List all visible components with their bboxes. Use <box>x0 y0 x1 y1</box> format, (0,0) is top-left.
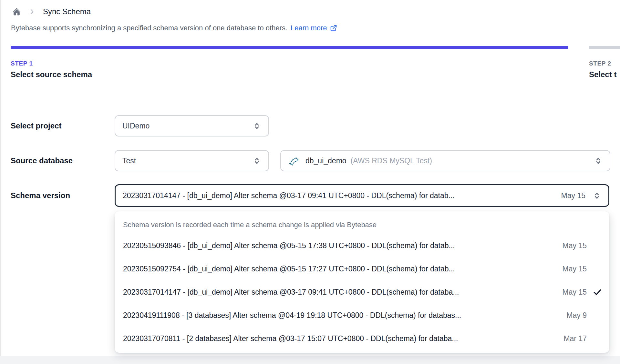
source-database-label: Source database <box>11 156 73 166</box>
learn-more-label: Learn more <box>291 24 327 32</box>
database-select[interactable]: db_ui_demo (AWS RDS MySQL Test) <box>280 150 610 171</box>
option-date: May 15 <box>563 265 587 273</box>
step1-label: STEP 1 <box>11 60 92 67</box>
chevron-updown-icon <box>593 191 601 200</box>
schema-version-label: Schema version <box>11 191 70 200</box>
option-text: 20230317070811 - [2 databases] Alter sch… <box>123 334 555 343</box>
schema-version-select-value: 20230317014147 - [db_ui_demo] Alter sche… <box>123 191 553 200</box>
check-slot <box>587 287 602 297</box>
page-title: Sync Schema <box>43 7 91 16</box>
environment-select-value: Test <box>122 157 136 165</box>
option-text: 20230317014147 - [db_ui_demo] Alter sche… <box>123 288 554 297</box>
intro-description: Bytebase supports synchronizing a specif… <box>11 24 287 32</box>
external-link-icon <box>330 25 337 32</box>
left-edge-divider <box>0 0 1 364</box>
schema-version-select-date: May 15 <box>561 191 585 200</box>
breadcrumb: Sync Schema <box>12 5 91 18</box>
option-date: Mar 17 <box>563 334 587 343</box>
schema-version-select[interactable]: 20230317014147 - [db_ui_demo] Alter sche… <box>115 184 609 207</box>
schema-version-dropdown: Schema version is recorded each time a s… <box>115 211 609 353</box>
option-text: 20230515093846 - [db_ui_demo] Alter sche… <box>123 241 554 250</box>
select-project-label: Select project <box>11 121 61 131</box>
dropdown-hint: Schema version is recorded each time a s… <box>115 216 609 234</box>
option-text: 20230419111908 - [3 databases] Alter sch… <box>123 311 558 320</box>
schema-version-option-5[interactable]: 20230317070811 - [2 databases] Alter sch… <box>115 327 609 350</box>
chevron-updown-icon <box>253 122 261 130</box>
checkmark-icon <box>593 287 602 297</box>
step2-header: STEP 2 Select t <box>589 60 620 79</box>
option-text: 20230515092754 - [db_ui_demo] Alter sche… <box>123 265 554 273</box>
project-select[interactable]: UIDemo <box>115 115 269 136</box>
database-select-detail: (AWS RDS MySQL Test) <box>351 157 432 165</box>
schema-version-option-3-selected[interactable]: 20230317014147 - [db_ui_demo] Alter sche… <box>115 280 609 304</box>
schema-version-option-2[interactable]: 20230515092754 - [db_ui_demo] Alter sche… <box>115 257 609 280</box>
chevron-updown-icon <box>594 157 603 165</box>
step2-title: Select t <box>589 70 620 79</box>
intro-text: Bytebase supports synchronizing a specif… <box>11 24 337 32</box>
schema-version-option-4[interactable]: 20230419111908 - [3 databases] Alter sch… <box>115 304 609 327</box>
learn-more-link[interactable]: Learn more <box>291 24 337 32</box>
option-date: May 9 <box>566 311 587 320</box>
option-date: May 15 <box>563 241 587 250</box>
home-icon[interactable] <box>12 7 21 16</box>
sync-schema-page: Sync Schema Bytebase supports synchroniz… <box>0 0 620 364</box>
project-select-value: UIDemo <box>122 122 150 130</box>
environment-select[interactable]: Test <box>115 150 269 171</box>
step2-progress-bar <box>589 46 620 49</box>
step2-label: STEP 2 <box>589 60 620 67</box>
mysql-icon <box>288 155 300 167</box>
option-date: May 15 <box>563 288 587 297</box>
chevron-updown-icon <box>253 157 261 165</box>
chevron-right-icon <box>29 8 35 15</box>
page-bottom-strip <box>0 356 620 364</box>
schema-version-option-1[interactable]: 20230515093846 - [db_ui_demo] Alter sche… <box>115 234 609 257</box>
step1-title: Select source schema <box>11 70 92 79</box>
step1-progress-bar <box>11 46 568 49</box>
step1-header: STEP 1 Select source schema <box>11 60 92 79</box>
database-select-value: db_ui_demo <box>305 157 346 165</box>
